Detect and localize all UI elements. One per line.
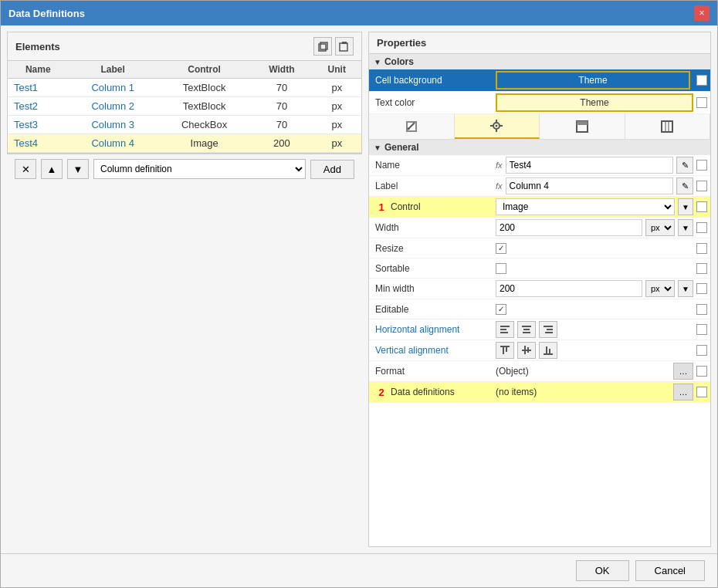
svg-rect-20 (500, 332, 508, 333)
sortable-checkbox[interactable] (496, 263, 506, 274)
svg-rect-22 (523, 329, 530, 330)
v-align-checkbox[interactable] (696, 345, 707, 356)
cell-background-checkbox[interactable] (696, 75, 707, 86)
label-checkbox[interactable] (696, 181, 707, 191)
icon-btn-1[interactable] (313, 37, 332, 56)
name-edit-btn[interactable]: ✎ (676, 157, 693, 174)
control-dropdown[interactable]: Image TextBlock CheckBox (496, 198, 675, 215)
icon-btn-2[interactable] (335, 37, 354, 56)
close-button[interactable]: × (694, 5, 710, 21)
bottom-toolbar: ✕ ▲ ▼ Column definition Add (7, 154, 362, 184)
data-defs-value: (no items) … (493, 382, 710, 402)
type-dropdown[interactable]: Column definition (93, 159, 306, 179)
resize-label: Resize (369, 240, 493, 257)
min-width-checkbox[interactable] (696, 283, 707, 294)
control-checkbox[interactable] (696, 201, 707, 212)
data-defs-checkbox[interactable] (696, 387, 707, 397)
v-align-top-btn[interactable] (496, 342, 514, 359)
label-edit-btn[interactable]: ✎ (676, 177, 693, 194)
paste-icon (338, 40, 351, 52)
properties-header: Properties (369, 32, 710, 54)
text-color-checkbox[interactable] (696, 97, 707, 108)
data-defs-browse-btn[interactable]: … (673, 384, 693, 400)
cell-background-value: Theme (493, 69, 710, 91)
settings-icon (489, 118, 504, 133)
svg-rect-15 (577, 121, 588, 125)
name-checkbox[interactable] (696, 160, 707, 171)
svg-point-9 (496, 125, 498, 127)
text-color-value: Theme (493, 92, 710, 113)
width-row: Width px % ▼ (369, 218, 710, 238)
data-defs-badge: 2 (375, 387, 388, 398)
h-align-center-btn[interactable] (517, 321, 536, 338)
editable-extra-checkbox[interactable] (696, 304, 707, 315)
text-color-theme-btn[interactable]: Theme (496, 93, 693, 112)
format-text: (Object) (496, 366, 670, 377)
table-row[interactable]: Test2 Column 2 TextBlock 70 px (8, 97, 361, 116)
data-defs-row: 2 Data definitions (no items) … (369, 382, 710, 403)
cell-control: Image (157, 134, 251, 153)
control-label: Control (391, 201, 421, 212)
title-bar: Data Definitions × (1, 1, 717, 25)
cell-control: CheckBox (157, 116, 251, 134)
cell-name: Test4 (8, 134, 68, 153)
cell-unit: px (313, 116, 361, 134)
label-value: fx ✎ (493, 176, 710, 196)
tab-icon-3[interactable] (540, 114, 625, 139)
width-unit-arrow[interactable]: ▼ (678, 219, 693, 236)
min-width-label: Min width (369, 280, 493, 297)
cell-control: TextBlock (157, 97, 251, 116)
label-input[interactable] (506, 177, 673, 194)
resize-extra-checkbox[interactable] (696, 243, 707, 254)
format-checkbox[interactable] (696, 366, 707, 377)
width-unit-dropdown[interactable]: px % (645, 219, 675, 236)
table-row[interactable]: Test3 Column 3 CheckBox 70 px (8, 116, 361, 134)
tab-icon-2[interactable] (455, 114, 540, 139)
elements-title: Elements (15, 41, 60, 52)
h-align-value (493, 319, 710, 340)
control-dropdown-arrow[interactable]: ▼ (678, 198, 693, 215)
cell-background-label: Cell background (369, 72, 493, 89)
control-value: Image TextBlock CheckBox ▼ (493, 197, 710, 217)
tab-icon-4[interactable] (625, 114, 711, 139)
h-align-checkbox[interactable] (696, 324, 707, 335)
delete-button[interactable]: ✕ (15, 159, 36, 179)
cancel-button[interactable]: Cancel (635, 560, 705, 581)
cell-width: 70 (251, 97, 312, 116)
editable-value (493, 302, 710, 316)
resize-checkbox[interactable] (496, 243, 506, 254)
format-browse-btn[interactable]: … (673, 363, 693, 380)
tab-icon-1[interactable] (369, 114, 455, 139)
move-down-button[interactable]: ▼ (67, 159, 89, 179)
move-up-button[interactable]: ▲ (41, 159, 63, 179)
h-align-label: Horizontal alignment (369, 321, 493, 338)
svg-rect-18 (500, 326, 510, 327)
col-header-label: Label (68, 61, 157, 79)
ok-button[interactable]: OK (576, 560, 629, 581)
add-button[interactable]: Add (310, 160, 354, 179)
min-width-input[interactable] (496, 280, 642, 297)
sortable-extra-checkbox[interactable] (696, 263, 707, 274)
resize-row: Resize (369, 238, 710, 259)
cell-label: Column 3 (68, 116, 157, 134)
general-section-label: General (384, 142, 419, 153)
width-input[interactable] (496, 219, 642, 236)
min-width-unit-dropdown[interactable]: px % (645, 280, 675, 297)
editable-checkbox[interactable] (496, 304, 506, 315)
h-align-left-btn[interactable] (496, 321, 514, 338)
name-input[interactable] (506, 157, 673, 174)
v-align-bottom-btn[interactable] (539, 342, 557, 359)
h-align-row: Horizontal alignment (369, 319, 710, 340)
v-align-middle-btn[interactable] (517, 342, 536, 359)
width-value: px % ▼ (493, 218, 710, 238)
colors-section-label: Colors (384, 56, 414, 67)
table-row[interactable]: Test1 Column 1 TextBlock 70 px (8, 79, 361, 97)
width-checkbox[interactable] (696, 222, 707, 233)
h-align-right-btn[interactable] (539, 321, 557, 338)
elements-header: Elements (8, 32, 361, 61)
min-width-arrow[interactable]: ▼ (678, 280, 693, 297)
pencil-icon (404, 119, 419, 134)
table-row[interactable]: Test4 Column 4 Image 200 px (8, 134, 361, 153)
cell-background-theme-btn[interactable]: Theme (496, 71, 690, 90)
properties-panel: Properties ▼ Colors Cell background Them… (368, 32, 711, 547)
